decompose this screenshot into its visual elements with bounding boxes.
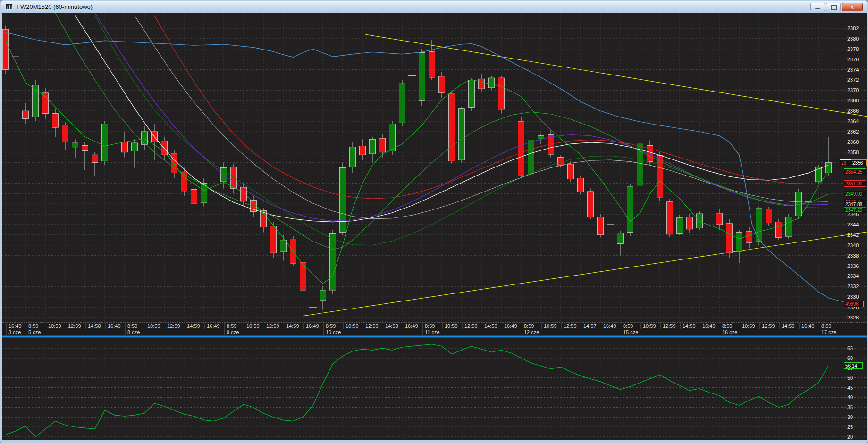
- time-tick-label: 12:59: [759, 323, 779, 329]
- date-label: 16 cze: [720, 329, 819, 335]
- time-tick-label: 12:59: [462, 323, 482, 329]
- date-label: 5 cze: [26, 329, 125, 335]
- time-tick-label: 8:59: [224, 323, 244, 329]
- time-tick-label: 8:59: [422, 323, 442, 329]
- time-tick-label: 16:49: [502, 323, 522, 329]
- date-label: 15 cze: [621, 329, 720, 335]
- time-tick-label: 14:59: [482, 323, 502, 329]
- time-tick-label: 8:59: [720, 323, 740, 329]
- time-tick-label: 8:59: [323, 323, 343, 329]
- time-tick-label: 10:59: [442, 323, 462, 329]
- time-tick-label: 16:49: [403, 323, 422, 329]
- date-label: 3 cze: [6, 329, 26, 335]
- time-tick-label: 10:59: [145, 323, 165, 329]
- time-tick-label: 16:49: [204, 323, 224, 329]
- time-tick-label: 10:59: [740, 323, 759, 329]
- time-tick-label: 10:59: [244, 323, 264, 329]
- time-tick-label: 8:59: [621, 323, 640, 329]
- date-label: 8 cze: [125, 329, 224, 335]
- time-tick-label: 16:49: [6, 323, 26, 329]
- time-tick-label: 12:59: [561, 323, 581, 329]
- time-tick-label: 14:58: [383, 323, 403, 329]
- panel-separator[interactable]: [2, 335, 867, 338]
- time-tick-label: 12:59: [363, 323, 383, 329]
- time-tick-label: 10:59: [343, 323, 363, 329]
- time-tick-label: 14:59: [185, 323, 204, 329]
- time-tick-label: 8:59: [26, 323, 46, 329]
- time-tick-label: 14:57: [581, 323, 601, 329]
- time-tick-label: 14:59: [680, 323, 700, 329]
- date-label: 10 cze: [323, 329, 422, 335]
- date-label: 9 cze: [224, 329, 323, 335]
- time-axis: 16:498:5910:5912:5914:5816:498:5910:5912…: [2, 322, 867, 329]
- time-tick-label: 16:49: [303, 323, 323, 329]
- time-tick-label: 8:59: [522, 323, 541, 329]
- time-tick-label: 10:59: [640, 323, 660, 329]
- date-label: 11 cze: [422, 329, 522, 335]
- time-tick-label: 16:49: [601, 323, 621, 329]
- time-tick-label: 10:59: [541, 323, 561, 329]
- time-tick-label: 14:58: [85, 323, 105, 329]
- time-tick-label: 12:59: [165, 323, 185, 329]
- date-label: 17 cze: [819, 329, 867, 335]
- time-tick-label: 16:49: [799, 323, 819, 329]
- chart-canvas[interactable]: [0, 0, 868, 443]
- time-tick-label: 14:59: [284, 323, 303, 329]
- time-tick-label: 10:59: [46, 323, 66, 329]
- time-tick-label: 14:59: [779, 323, 799, 329]
- time-tick-label: 8:59: [125, 323, 145, 329]
- time-tick-label: 12:59: [660, 323, 680, 329]
- date-label: 12 cze: [522, 329, 621, 335]
- time-tick-label: 8:59: [819, 323, 867, 329]
- time-tick-label: 12:59: [264, 323, 284, 329]
- time-tick-label: 12:59: [66, 323, 85, 329]
- date-axis: 3 cze5 cze8 cze9 cze10 cze11 cze12 cze15…: [2, 329, 867, 335]
- time-tick-label: 16:49: [700, 323, 720, 329]
- time-tick-label: 16:49: [105, 323, 125, 329]
